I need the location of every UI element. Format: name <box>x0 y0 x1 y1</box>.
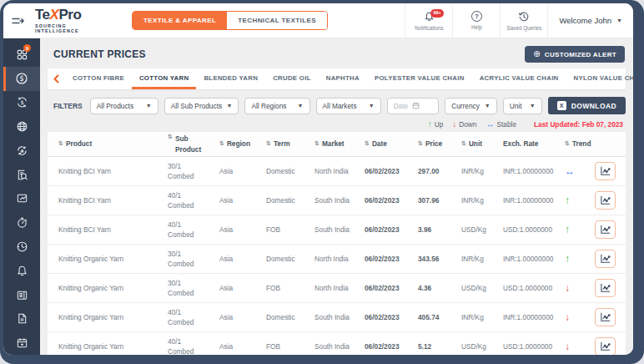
last-updated: Last Updated: Feb 07, 2023 <box>534 120 623 129</box>
tab-cotton-yarn[interactable]: COTTON YARN <box>132 68 196 89</box>
topbar-actions: 99+ Notifications ? Help Saved Queries <box>405 3 633 38</box>
excel-icon: X <box>557 101 566 110</box>
tab-crude-oil[interactable]: CRUDE OIL <box>265 68 319 89</box>
logo-pro: Pro <box>58 7 81 23</box>
view-chart-button[interactable] <box>595 250 616 268</box>
legend-stable: ↔Stable <box>486 120 516 129</box>
window-frame: TeXPro SOURCING INTELLIGENCE TEXTILE & A… <box>0 0 644 364</box>
view-chart-button[interactable] <box>595 308 616 326</box>
markets-filter[interactable]: All Markets▼ <box>316 98 381 114</box>
trend-arrow: ↓ <box>565 341 570 352</box>
col-sub-product[interactable]: ⇅Sub Product <box>168 134 219 154</box>
saved-queries-button[interactable]: Saved Queries <box>500 3 547 38</box>
menu-expand-icon[interactable] <box>3 3 32 38</box>
chevron-down-icon: ▼ <box>298 103 304 109</box>
col-unit[interactable]: ⇅Unit <box>461 140 503 149</box>
sidebar-item-news[interactable] <box>3 283 40 307</box>
customized-alert-button[interactable]: ⊕ CUSTOMIZED ALERT <box>525 46 625 63</box>
sidebar: 9 $ $ <box>3 38 40 355</box>
col-product[interactable]: ⇅Product <box>48 140 168 149</box>
sidebar-item-currency-exchange[interactable]: $ <box>3 91 40 115</box>
chevron-left-icon[interactable] <box>48 68 65 89</box>
table-row: Knitting Organic Yarn 30/1 Combed Asia D… <box>48 245 626 274</box>
tab-technical-textiles[interactable]: TECHNICAL TEXTILES <box>227 12 327 29</box>
tab-cotton-fibre[interactable]: COTTON FIBRE <box>65 68 132 89</box>
notifications-badge: 99+ <box>430 9 443 18</box>
sort-icon: ⇅ <box>461 140 466 147</box>
tab-naphtha[interactable]: NAPHTHA <box>319 68 367 89</box>
view-chart-button[interactable] <box>595 191 616 210</box>
calendar-icon <box>412 102 420 109</box>
col-exch-rate: Exch. Rate <box>503 140 565 149</box>
col-trend[interactable]: ⇅Trend <box>565 140 595 149</box>
up-arrow-icon: ↑ <box>428 120 432 129</box>
col-market[interactable]: ⇅Market <box>314 140 365 149</box>
sidebar-item-dashboard[interactable]: 9 <box>3 43 40 67</box>
svg-text:$: $ <box>19 75 23 83</box>
sidebar-item-global-markets[interactable] <box>3 114 40 139</box>
table-row: Knitting BCI Yarn 30/1 Combed Asia Domes… <box>48 157 626 186</box>
sidebar-item-trade-data[interactable] <box>3 139 40 163</box>
view-chart-button[interactable] <box>595 279 616 297</box>
sidebar-item-events-calendar[interactable] <box>3 331 40 355</box>
tab-nylon-value-chain[interactable]: NYLON VALUE CHAIN <box>566 68 633 89</box>
sidebar-item-world-clock[interactable] <box>3 235 40 259</box>
notifications-button[interactable]: 99+ Notifications <box>405 3 452 38</box>
texpro-logo: TeXPro SOURCING INTELLIGENCE <box>35 3 108 38</box>
view-chart-button[interactable] <box>595 337 616 355</box>
page-title: CURRENT PRICES <box>53 48 146 60</box>
tab-polyester-value-chain[interactable]: POLYESTER VALUE CHAIN <box>367 68 472 89</box>
sidebar-item-market-research[interactable] <box>3 163 40 187</box>
sidebar-item-notifications[interactable] <box>3 259 40 283</box>
table-row: Knitting Organic Yarn 40/1 Combed Asia D… <box>48 303 626 332</box>
tab-blended-yarn[interactable]: BLENDED YARN <box>196 68 265 89</box>
sort-icon: ⇅ <box>314 140 319 147</box>
logo-x: X <box>50 7 59 23</box>
view-chart-button[interactable] <box>595 220 616 239</box>
table-header-row: ⇅Product ⇅Sub Product ⇅Region ⇅Term ⇅Mar… <box>48 132 626 157</box>
sidebar-item-reports[interactable] <box>3 187 40 211</box>
currency-filter[interactable]: Currency▼ <box>445 98 497 114</box>
sort-icon: ⇅ <box>565 140 570 147</box>
sidebar-item-documents[interactable] <box>3 306 40 331</box>
chevron-down-icon: ▼ <box>146 103 152 109</box>
products-filter[interactable]: All Products▼ <box>90 98 158 114</box>
sub-products-filter[interactable]: All Sub Products▼ <box>164 98 239 114</box>
sidebar-item-current-prices[interactable]: $ <box>3 67 40 91</box>
col-price[interactable]: ⇅Price <box>418 140 461 149</box>
col-term[interactable]: ⇅Term <box>266 140 314 149</box>
trend-arrow: ↓ <box>565 282 570 294</box>
filters-bar: FILTERS All Products▼ All Sub Products▼ … <box>40 89 633 117</box>
welcome-text: Welcome John <box>559 16 611 25</box>
svg-text:$: $ <box>20 99 23 106</box>
trend-arrow: ↑ <box>565 253 570 265</box>
app-window: TeXPro SOURCING INTELLIGENCE TEXTILE & A… <box>3 3 633 355</box>
help-label: Help <box>471 24 482 30</box>
trend-legend: ↑Up ↓Down ↔Stable Last Updated: Feb 07, … <box>40 117 633 132</box>
chevron-down-icon: ▼ <box>616 18 622 23</box>
prices-table: ⇅Product ⇅Sub Product ⇅Region ⇅Term ⇅Mar… <box>48 132 626 355</box>
col-date[interactable]: ⇅Date <box>365 140 418 149</box>
table-row: Knitting Organic Yarn 40/1 Combed Asia F… <box>48 332 626 355</box>
sort-icon: ⇅ <box>58 140 63 147</box>
trend-arrow: ↑ <box>565 224 570 235</box>
tab-textile-apparel[interactable]: TEXTILE & APPAREL <box>133 12 227 29</box>
download-button[interactable]: X DOWNLOAD <box>548 97 626 114</box>
table-row: Knitting BCI Yarn 40/1 Combed Asia Domes… <box>48 186 626 215</box>
sidebar-item-alerts-timer[interactable] <box>3 210 40 235</box>
regions-filter[interactable]: All Regions▼ <box>244 98 309 114</box>
tab-acrylic-value-chain[interactable]: ACRYLIC VALUE CHAIN <box>472 68 566 89</box>
view-chart-button[interactable] <box>595 162 616 180</box>
user-menu[interactable]: Welcome John ▼ <box>547 3 633 38</box>
col-region[interactable]: ⇅Region <box>219 140 266 149</box>
date-filter[interactable]: Date <box>387 98 440 114</box>
unit-filter[interactable]: Unit▼ <box>503 98 542 114</box>
down-arrow-icon: ↓ <box>452 120 456 129</box>
chevron-down-icon: ▼ <box>369 103 375 109</box>
table-row: Knitting BCI Yarn 40/1 Combed Asia FOB S… <box>48 215 626 245</box>
stable-arrow-icon: ↔ <box>486 120 494 129</box>
help-button[interactable]: ? Help <box>452 3 500 38</box>
legend-up: ↑Up <box>428 120 444 129</box>
trend-arrow: ↑ <box>565 195 570 206</box>
dashboard-badge: 9 <box>23 44 31 52</box>
